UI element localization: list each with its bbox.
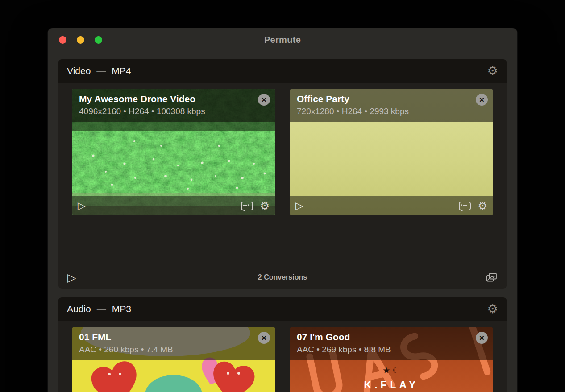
media-metadata: 4096x2160 • H264 • 100308 kbps xyxy=(79,107,249,116)
card-toolbar-overlay: ▷ ⚙ xyxy=(72,196,275,215)
media-card-drone-video[interactable]: My Awesome Drone Video 4096x2160 • H264 … xyxy=(72,89,275,215)
remove-item-button[interactable]: × xyxy=(258,332,270,344)
artwork-artist-name: K.FLAY xyxy=(364,379,419,391)
images-stack-icon xyxy=(486,272,498,283)
media-card-im-good[interactable]: ★ ☾ K.FLAY 07 I'm Good AAC • 269 kbps • … xyxy=(290,327,493,392)
close-window-button[interactable] xyxy=(59,36,66,44)
media-metadata: AAC • 269 kbps • 8.8 MB xyxy=(297,345,466,355)
section-format-label[interactable]: MP4 xyxy=(112,66,131,76)
play-preview-icon[interactable]: ▷ xyxy=(295,201,303,211)
media-title: 07 I'm Good xyxy=(297,332,466,342)
traffic-lights xyxy=(59,28,102,51)
remove-item-button[interactable]: × xyxy=(476,332,488,344)
card-toolbar-right: ⚙ xyxy=(241,201,270,211)
subtitles-bubble-icon[interactable] xyxy=(459,202,471,210)
section-separator: — xyxy=(97,304,106,314)
media-metadata: 720x1280 • H264 • 2993 kbps xyxy=(297,107,466,116)
section-kind-label: Audio xyxy=(67,304,91,314)
video-section-footer: ▷ 2 Conversions xyxy=(58,266,507,289)
play-preview-icon[interactable]: ▷ xyxy=(78,201,86,211)
card-header-overlay: 07 I'm Good AAC • 269 kbps • 8.8 MB xyxy=(290,327,493,360)
desktop-background: Permute Video — MP4 ⚙ xyxy=(0,0,565,392)
card-header-overlay: 01 FML AAC • 260 kbps • 7.4 MB xyxy=(72,327,275,360)
item-settings-gear-icon[interactable]: ⚙ xyxy=(478,201,487,211)
media-title: My Awesome Drone Video xyxy=(79,94,249,104)
card-header-overlay: My Awesome Drone Video 4096x2160 • H264 … xyxy=(72,89,275,122)
audio-section-header: Audio — MP3 ⚙ xyxy=(58,297,507,321)
media-title: Office Party xyxy=(297,94,466,104)
section-separator: — xyxy=(96,66,106,76)
video-section-header: Video — MP4 ⚙ xyxy=(58,59,507,83)
output-destination-icon[interactable] xyxy=(486,272,498,283)
conversion-count-label: 2 Conversions xyxy=(58,273,507,281)
section-kind-label: Video xyxy=(67,66,91,76)
section-settings-gear-icon[interactable]: ⚙ xyxy=(487,303,498,315)
media-metadata: AAC • 260 kbps • 7.4 MB xyxy=(79,345,249,355)
item-settings-gear-icon[interactable]: ⚙ xyxy=(260,201,270,211)
remove-item-button[interactable]: × xyxy=(476,94,488,106)
app-window: Permute Video — MP4 ⚙ xyxy=(48,28,517,392)
audio-section: Audio — MP3 ⚙ xyxy=(58,297,507,392)
start-conversion-button[interactable]: ▷ xyxy=(67,272,76,283)
card-toolbar-overlay: ▷ ⚙ xyxy=(290,196,493,215)
minimize-window-button[interactable] xyxy=(77,36,84,44)
video-cards-list: My Awesome Drone Video 4096x2160 • H264 … xyxy=(58,83,507,266)
card-toolbar-right: ⚙ xyxy=(459,201,487,211)
artwork-symbols: ★ ☾ xyxy=(382,366,400,375)
video-section: Video — MP4 ⚙ xyxy=(58,59,507,289)
titlebar[interactable]: Permute xyxy=(48,28,517,51)
media-card-office-party[interactable]: Office Party 720x1280 • H264 • 2993 kbps… xyxy=(290,89,493,215)
section-settings-gear-icon[interactable]: ⚙ xyxy=(487,65,498,77)
remove-item-button[interactable]: × xyxy=(258,94,270,106)
card-header-overlay: Office Party 720x1280 • H264 • 2993 kbps xyxy=(290,89,493,122)
media-title: 01 FML xyxy=(79,332,249,342)
media-card-fml[interactable]: 01 FML AAC • 260 kbps • 7.4 MB × ▷ ⚙ xyxy=(72,327,275,392)
window-title: Permute xyxy=(264,35,301,45)
audio-cards-list: 01 FML AAC • 260 kbps • 7.4 MB × ▷ ⚙ xyxy=(58,321,507,392)
section-format-label[interactable]: MP3 xyxy=(112,304,131,314)
subtitles-bubble-icon[interactable] xyxy=(241,202,253,210)
zoom-window-button[interactable] xyxy=(95,36,102,44)
